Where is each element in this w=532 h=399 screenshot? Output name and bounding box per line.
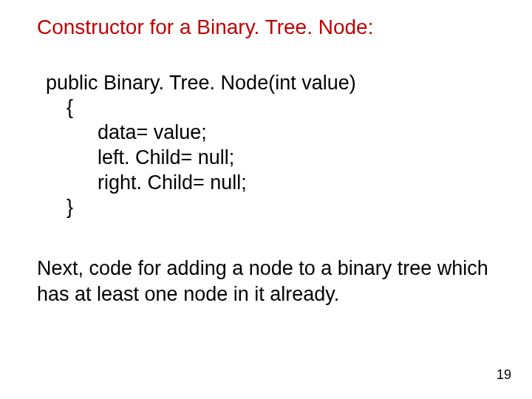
code-line: left. Child= null; [46, 146, 495, 171]
code-line: right. Child= null; [46, 171, 495, 196]
code-line: } [46, 195, 495, 220]
code-line: public Binary. Tree. Node(int value) [46, 71, 495, 96]
code-block: public Binary. Tree. Node(int value) { d… [46, 71, 495, 221]
code-line: { [46, 95, 495, 120]
body-text: Next, code for adding a node to a binary… [37, 256, 495, 307]
code-line: data= value; [46, 120, 495, 146]
slide-title: Constructor for a Binary. Tree. Node: [37, 15, 495, 40]
page-number: 19 [497, 367, 511, 383]
slide: Constructor for a Binary. Tree. Node: pu… [0, 0, 532, 399]
